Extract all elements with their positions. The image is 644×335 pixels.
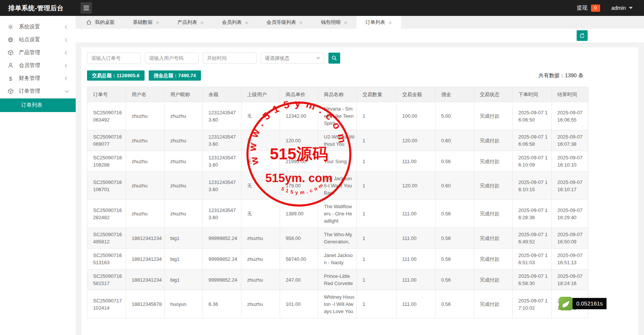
table-cell: 58740.00	[280, 249, 318, 270]
table-row: SC2509071651316318812341234big199999852.…	[87, 249, 588, 270]
tab-member-level-list[interactable]: 会员等级列表 ×	[257, 16, 312, 29]
chevron-left-icon	[65, 38, 69, 42]
menu-toggle-button[interactable]	[81, 2, 92, 14]
close-icon[interactable]: ×	[299, 20, 303, 25]
search-icon	[331, 55, 337, 61]
tab-my-desktop[interactable]: 我的桌面	[77, 16, 124, 29]
table-cell: 0.60	[436, 130, 474, 151]
debug-trace-badge[interactable]: 0.052161s	[559, 297, 607, 310]
table-cell: The Jackson 5-I Want You Back	[318, 172, 357, 200]
commission-total-badge: 佣金总额：7490.74	[149, 70, 201, 81]
table-cell: zhuzhu	[126, 151, 165, 172]
table-cell: 1	[357, 228, 397, 249]
total-count-text: 共有数据：1390 条	[538, 72, 633, 79]
table-cell: 5.00	[436, 102, 474, 130]
table-cell: 无	[241, 172, 280, 200]
toolbar	[76, 29, 644, 42]
close-icon[interactable]: ×	[245, 20, 249, 25]
column-header: 余额	[203, 87, 241, 102]
table-cell: 1	[357, 270, 397, 290]
table-cell: 21995.00	[280, 151, 318, 172]
user-menu[interactable]: admin	[611, 5, 633, 11]
sidebar-item-site-settings[interactable]: 站点设置	[0, 33, 76, 46]
app-title: 排单系统-管理后台	[0, 4, 76, 12]
start-time-input[interactable]	[203, 53, 257, 64]
table-cell: 958.00	[280, 228, 318, 249]
table-cell: zhuzhu	[165, 130, 203, 151]
chevron-left-icon	[65, 76, 69, 80]
sidebar-item-product-management[interactable]: 产品管理	[0, 46, 76, 59]
order-no-input[interactable]	[87, 53, 141, 64]
column-header: 佣金	[436, 87, 474, 102]
table-cell: 无	[241, 130, 280, 151]
tab-label: 基础数据	[133, 19, 152, 26]
sidebar-item-member-management[interactable]: 会员管理	[0, 59, 76, 72]
table-cell: SC25090716282482	[87, 200, 126, 228]
chevron-down-icon	[316, 57, 320, 59]
sidebar-item-finance-management[interactable]: $ 财务管理	[0, 72, 76, 85]
status-select-value: 请选择状态	[265, 55, 289, 62]
refresh-button[interactable]	[577, 30, 588, 41]
close-icon[interactable]: ×	[344, 20, 347, 25]
table-cell: 完成付款	[474, 270, 513, 290]
sidebar: 系统设置 站点设置 产品管理	[0, 16, 76, 335]
order-table: 订单号用户名用户昵称余额上级用户商品单价商品名称交易数量交易金额佣金交易状态下单…	[87, 87, 588, 318]
table-cell: 18812341234	[126, 228, 165, 249]
table-cell: Janet Jackson - Nasty	[318, 249, 357, 270]
sidebar-item-label: 站点设置	[19, 36, 65, 43]
table-cell: 2025-09-07 16:06:55	[552, 102, 588, 130]
close-icon[interactable]: ×	[201, 20, 204, 25]
table-cell: 无	[241, 200, 280, 228]
close-icon[interactable]: ×	[389, 20, 392, 25]
table-cell: 0.60	[436, 172, 474, 200]
table-cell: The Wallflowers - One Headlight	[318, 200, 357, 228]
sidebar-item-order-list[interactable]: 订单列表	[0, 98, 76, 112]
table-row: SC2509071658151718812341234big199999852.…	[87, 270, 588, 290]
thinkphp-leaf-icon	[559, 297, 572, 310]
column-header: 交易数量	[357, 87, 397, 102]
search-button[interactable]	[328, 53, 340, 64]
chevron-left-icon	[65, 25, 69, 29]
tab-basic-data[interactable]: 基础数据 ×	[124, 16, 168, 29]
table-cell: 111.00	[397, 249, 436, 270]
table-cell: zhuzhu	[165, 102, 203, 130]
table-cell: zhuzhu	[241, 249, 280, 270]
table-cell: SC25090716063492	[87, 102, 126, 130]
table-cell: 2025-09-07 16:06:58	[513, 130, 552, 151]
table-cell: SC25090716069077	[87, 130, 126, 151]
status-select[interactable]: 请选择状态	[261, 53, 324, 64]
table-row: SC25090716063492zhuzhuzhuzhu12312435473.…	[87, 102, 588, 130]
sidebar-item-order-management[interactable]: 订单管理	[0, 85, 76, 98]
column-header: 用户昵称	[165, 87, 203, 102]
header-right: 提现 0 admin	[577, 5, 644, 12]
user-no-input[interactable]	[145, 53, 199, 64]
table-cell: SC25090716513163	[87, 249, 126, 270]
table-row: SC25090716069077zhuzhuzhuzhu12312435473.…	[87, 130, 588, 151]
sidebar-item-label: 会员管理	[19, 62, 65, 69]
column-header: 交易金额	[397, 87, 436, 102]
tab-product-list[interactable]: 产品列表 ×	[168, 16, 213, 29]
tab-order-list[interactable]: 订单列表 ×	[356, 16, 401, 29]
order-table-body: SC25090716063492zhuzhuzhuzhu12312435473.…	[87, 102, 588, 318]
table-cell: 12312435473.60	[203, 102, 241, 130]
table-cell: 2025-09-07 18:29:40	[552, 200, 588, 228]
tab-label: 钱包明细	[321, 19, 341, 26]
table-cell: 1	[357, 172, 397, 200]
table-cell: 2025-09-07 16:51:03	[513, 249, 552, 270]
chevron-down-icon	[65, 89, 69, 93]
table-cell: 1	[357, 151, 397, 172]
table-cell: 2025-09-07 16:28:36	[513, 200, 552, 228]
table-cell: zhuzhu	[126, 130, 165, 151]
sidebar-item-system-settings[interactable]: 系统设置	[0, 20, 76, 33]
table-cell: 1389.00	[280, 200, 318, 228]
trade-total-badge: 交易总额：1126905.6	[87, 70, 145, 81]
table-cell: 2025-09-07 16:51:13	[552, 249, 588, 270]
tab-bar: 我的桌面 基础数据 × 产品列表 × 会员列表 × 会员等级列表 × 钱包明细 …	[76, 16, 644, 29]
withdraw-link[interactable]: 提现 0	[577, 5, 600, 12]
dollar-icon: $	[7, 75, 14, 82]
sidebar-subitem-label: 订单列表	[21, 102, 42, 109]
close-icon[interactable]: ×	[156, 20, 159, 25]
tab-member-list[interactable]: 会员列表 ×	[213, 16, 258, 29]
tab-wallet-detail[interactable]: 钱包明细 ×	[312, 16, 356, 29]
table-cell: 1	[357, 130, 397, 151]
